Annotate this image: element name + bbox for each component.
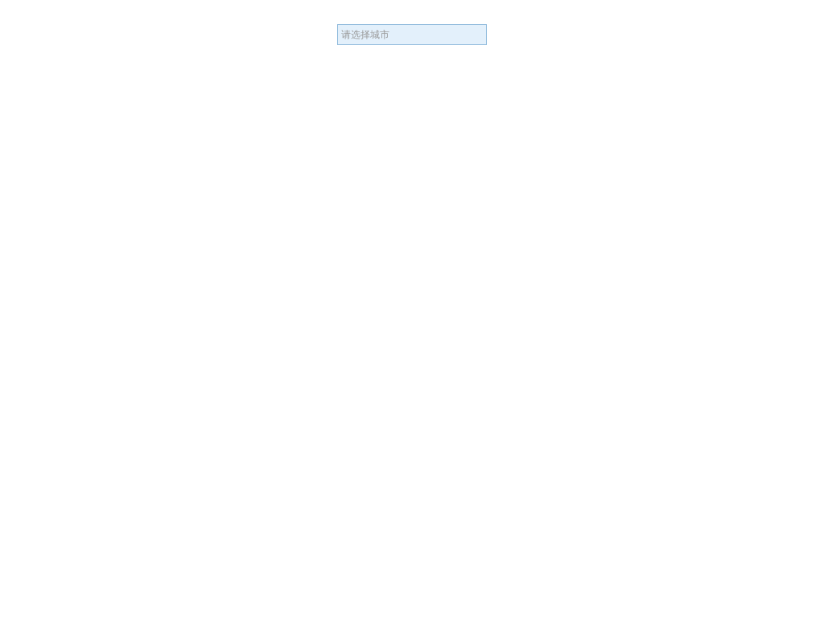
main-container (0, 0, 824, 45)
city-select-input[interactable] (337, 24, 487, 45)
